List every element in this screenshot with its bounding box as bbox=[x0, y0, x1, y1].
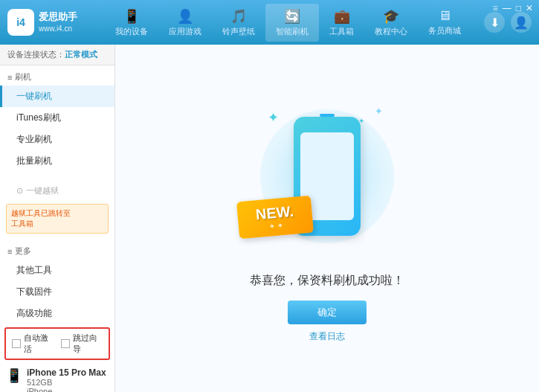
success-illustration: ✦ ✦ ✦ NEW. ✦ ✦ bbox=[253, 94, 401, 258]
disabled-jailbreak: ⊙ 一键越狱 bbox=[0, 181, 114, 201]
sidebar-item-other-tools[interactable]: 其他工具 bbox=[0, 260, 114, 281]
push-guide-checkbox[interactable] bbox=[61, 339, 70, 348]
ringtones-icon: 🎵 bbox=[230, 8, 247, 25]
minimize-button[interactable]: — bbox=[503, 3, 511, 13]
auto-activate-checkbox[interactable] bbox=[12, 339, 21, 348]
view-log-link[interactable]: 查看日志 bbox=[309, 330, 345, 343]
service-icon: 🖥 bbox=[438, 8, 451, 24]
nav-smart-flash[interactable]: 🔄 智能刷机 bbox=[265, 4, 319, 42]
device-info: 📱 iPhone 15 Pro Max 512GB iPhone bbox=[0, 363, 114, 392]
status-bar: 设备连接状态：正常模式 bbox=[0, 45, 114, 65]
sidebar-item-advanced[interactable]: 高级功能 bbox=[0, 303, 114, 324]
device-type: iPhone bbox=[27, 387, 106, 392]
app-name: 爱思助手 bbox=[39, 10, 77, 24]
apps-icon: 👤 bbox=[177, 8, 193, 25]
toolbox-icon: 💼 bbox=[334, 8, 350, 25]
device-phone-icon: 📱 bbox=[6, 367, 22, 384]
nav-tutorial[interactable]: 🎓 教程中心 bbox=[364, 4, 418, 42]
my-device-icon: 📱 bbox=[123, 8, 140, 25]
sidebar-item-download[interactable]: 下载固件 bbox=[0, 281, 114, 303]
header-actions: ⬇ 👤 bbox=[484, 12, 532, 33]
nav-service[interactable]: 🖥 务员商城 bbox=[418, 4, 471, 42]
nav-toolbox[interactable]: 💼 工具箱 bbox=[319, 4, 364, 42]
flash-section-header: ≡刷机 bbox=[0, 68, 114, 86]
auto-activate-row: 自动激活 跳过向导 bbox=[4, 327, 110, 360]
close-button[interactable]: ✕ bbox=[526, 3, 533, 13]
confirm-button[interactable]: 确定 bbox=[288, 301, 367, 324]
smart-flash-icon: 🔄 bbox=[284, 8, 300, 25]
maximize-button[interactable]: □ bbox=[516, 3, 521, 13]
sidebar-item-batch-flash[interactable]: 批量刷机 bbox=[0, 150, 114, 172]
sparkle-left-icon: ✦ bbox=[268, 109, 279, 126]
more-section-header: ≡更多 bbox=[0, 242, 114, 260]
nav-ringtones[interactable]: 🎵 铃声壁纸 bbox=[212, 4, 265, 42]
sidebar-item-itunes[interactable]: iTunes刷机 bbox=[0, 107, 114, 129]
tutorial-icon: 🎓 bbox=[383, 8, 399, 25]
notice-box: 越狱工具已跳转至 工具箱 bbox=[6, 204, 109, 234]
app-url: www.i4.cn bbox=[39, 24, 77, 34]
sidebar-item-pro-flash[interactable]: 专业刷机 bbox=[0, 129, 114, 150]
settings-icon[interactable]: ≡ bbox=[493, 3, 498, 13]
device-size: 512GB bbox=[27, 378, 106, 387]
sparkle-right-icon: ✦ bbox=[375, 106, 383, 117]
nav-apps[interactable]: 👤 应用游戏 bbox=[158, 4, 212, 42]
main-nav: 📱 我的设备 👤 应用游戏 🎵 铃声壁纸 🔄 智能刷机 💼 工具箱 🎓 教程中心… bbox=[92, 4, 484, 42]
main-content: ✦ ✦ ✦ NEW. ✦ ✦ 恭喜您，保资料刷机成功啦！ 确定 查看日志 bbox=[115, 45, 539, 392]
success-message: 恭喜您，保资料刷机成功啦！ bbox=[250, 273, 404, 289]
device-name: iPhone 15 Pro Max bbox=[27, 367, 106, 378]
download-icon[interactable]: ⬇ bbox=[484, 12, 505, 33]
user-icon[interactable]: 👤 bbox=[511, 12, 532, 33]
app-logo: i4 爱思助手 www.i4.cn bbox=[7, 9, 77, 36]
nav-my-device[interactable]: 📱 我的设备 bbox=[105, 4, 158, 42]
sidebar-item-one-key[interactable]: 一键刷机 bbox=[0, 86, 114, 107]
